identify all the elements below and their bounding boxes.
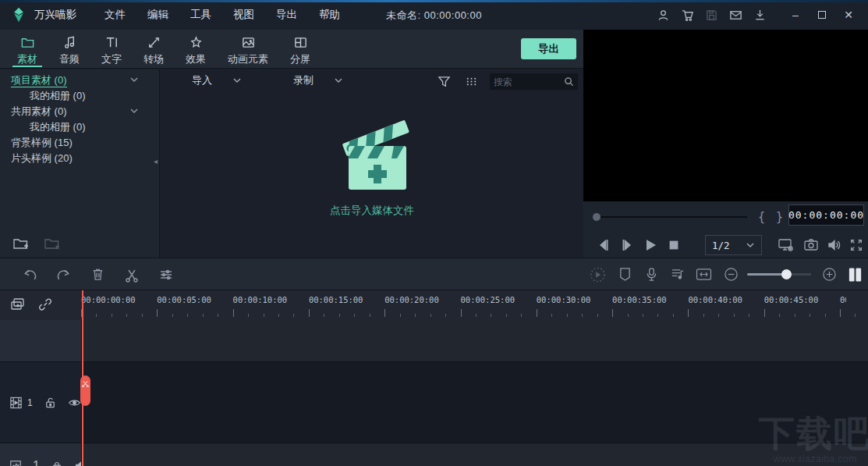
chevron-down-icon[interactable] — [129, 106, 139, 116]
timeline-toolbar — [0, 258, 868, 290]
visibility-eye-icon[interactable] — [68, 396, 81, 409]
filter-icon[interactable] — [438, 75, 451, 88]
app-name: 万兴喵影 — [34, 8, 76, 22]
render-preview-icon[interactable] — [590, 266, 606, 283]
timeline-zoom-slider[interactable] — [747, 273, 811, 276]
play-button[interactable] — [641, 236, 660, 254]
transition-icon — [147, 35, 161, 50]
next-frame-button[interactable] — [618, 236, 636, 254]
menu-item-3[interactable]: 视图 — [222, 5, 265, 25]
user-account-icon[interactable] — [656, 8, 670, 22]
menu-item-0[interactable]: 文件 — [94, 5, 136, 25]
grid-view-icon[interactable] — [465, 75, 478, 88]
zoom-out-icon[interactable] — [723, 266, 739, 283]
library-panel: 项目素材 (0)我的相册 (0)共用素材 (0)我的相册 (0)背景样例 (15… — [0, 69, 583, 258]
mute-speaker-icon[interactable] — [74, 460, 87, 466]
timeline-ruler[interactable]: 00:00:00:0000:00:05:0000:00:10:0000:00:1… — [0, 295, 846, 306]
sidebar-item-0[interactable]: 项目素材 (0) — [0, 73, 159, 88]
zoom-in-icon[interactable] — [821, 266, 838, 283]
snapshot-camera-icon[interactable] — [802, 236, 820, 254]
sidebar-item-5[interactable]: 片头样例 (20) — [0, 151, 159, 166]
undo-icon[interactable] — [22, 266, 38, 283]
playhead-handle[interactable] — [80, 375, 90, 406]
unlock-icon[interactable] — [44, 396, 57, 409]
elements-icon — [241, 35, 256, 50]
scrubber-handle[interactable] — [593, 213, 601, 221]
redo-icon[interactable] — [55, 266, 72, 283]
sidebar-folder-actions — [12, 236, 61, 251]
folder-icon — [20, 35, 35, 50]
sidebar-item-1[interactable]: 我的相册 (0) — [0, 88, 159, 104]
mark-in-icon[interactable]: { — [758, 210, 765, 224]
fit-timeline-icon[interactable] — [696, 266, 712, 283]
tab-media[interactable]: 素材 — [6, 30, 48, 68]
ruler-label-3: 00:00:15:00 — [309, 295, 363, 304]
window-top-border — [0, 0, 868, 2]
record-dropdown[interactable]: 录制 — [293, 73, 343, 87]
timeline-empty-row[interactable] — [0, 320, 868, 361]
mark-out-icon[interactable]: } — [776, 210, 783, 224]
search-input[interactable] — [494, 76, 564, 87]
menu-item-2[interactable]: 工具 — [179, 5, 222, 25]
tab-elements[interactable]: 动画元素 — [217, 30, 279, 68]
lock-icon[interactable] — [51, 460, 63, 466]
playhead-scissors-icon — [82, 380, 89, 387]
search-icon[interactable] — [564, 76, 574, 87]
tab-text[interactable]: 文字 — [90, 30, 133, 68]
menu-item-1[interactable]: 编辑 — [136, 5, 179, 25]
close-button[interactable]: ✕ — [835, 0, 862, 30]
timecode-display: 00:00:00:00 — [788, 205, 864, 226]
sidebar-item-3[interactable]: 我的相册 (0) — [0, 119, 159, 135]
fullscreen-icon[interactable] — [847, 236, 866, 254]
previous-frame-button[interactable] — [594, 236, 613, 254]
marker-icon[interactable] — [617, 266, 633, 283]
save-icon[interactable] — [704, 8, 718, 22]
menu-item-5[interactable]: 帮助 — [308, 5, 351, 25]
media-sidebar: 项目素材 (0)我的相册 (0)共用素材 (0)我的相册 (0)背景样例 (15… — [0, 69, 160, 258]
video-track-row[interactable]: 1 — [0, 361, 868, 443]
tab-audio[interactable]: 音频 — [48, 30, 90, 68]
import-dropdown[interactable]: 导入 — [192, 73, 242, 87]
adjust-sliders-icon[interactable] — [158, 266, 174, 283]
store-cart-icon[interactable] — [680, 8, 694, 22]
menu-item-4[interactable]: 导出 — [265, 5, 308, 25]
split-screen-icon — [293, 35, 308, 50]
sidebar-item-2[interactable]: 共用素材 (0) — [0, 104, 159, 119]
chevron-down-icon — [746, 240, 755, 250]
audio-mixer-icon[interactable] — [669, 266, 686, 283]
chevron-down-icon[interactable] — [129, 75, 139, 84]
media-empty-state[interactable]: 点击导入媒体文件 — [161, 101, 583, 218]
sidebar-collapse-arrow[interactable]: ◂ — [154, 157, 158, 165]
sidebar-item-4[interactable]: 背景样例 (15) — [0, 135, 159, 151]
tab-transition[interactable]: 转场 — [133, 30, 175, 68]
media-library: 导入 录制 — [161, 69, 583, 258]
audio-track-row[interactable]: 1 — [0, 443, 868, 466]
preview-quality-dropdown[interactable]: 1/2 — [705, 235, 762, 255]
import-media-caption[interactable]: 点击导入媒体文件 — [161, 204, 583, 218]
stop-button[interactable] — [664, 236, 683, 254]
add-folder-icon[interactable] — [12, 236, 30, 251]
maximize-button[interactable] — [809, 0, 835, 30]
tab-split-screen[interactable]: 分屏 — [279, 30, 321, 68]
panel-layout-toggle-icon[interactable] — [847, 266, 863, 283]
app-logo-icon — [11, 7, 27, 23]
preview-scrubber[interactable] — [594, 216, 747, 218]
delete-icon[interactable] — [90, 266, 106, 283]
display-settings-icon[interactable] — [777, 236, 795, 254]
clapperboard-import-icon — [331, 101, 413, 196]
volume-icon[interactable] — [825, 236, 844, 254]
delete-folder-icon[interactable] — [44, 236, 61, 251]
sidebar-list: 项目素材 (0)我的相册 (0)共用素材 (0)我的相册 (0)背景样例 (15… — [0, 69, 159, 166]
zoom-slider-handle[interactable] — [781, 269, 792, 279]
feedback-mail-icon[interactable] — [728, 8, 742, 22]
tab-effects[interactable]: 效果 — [175, 30, 217, 68]
audio-track-header: 1 — [0, 443, 82, 466]
download-icon[interactable] — [753, 8, 767, 22]
split-scissors-icon[interactable] — [123, 266, 140, 283]
minimize-button[interactable]: – — [782, 0, 809, 30]
ruler-label-6: 00:00:30:00 — [537, 295, 591, 304]
voiceover-mic-icon[interactable] — [643, 266, 660, 283]
app-window: 万兴喵影 文件编辑工具视图导出帮助 未命名: 00:00:00:00 — [0, 0, 868, 466]
export-button[interactable]: 导出 — [521, 38, 576, 59]
ruler-ticks — [0, 308, 864, 318]
